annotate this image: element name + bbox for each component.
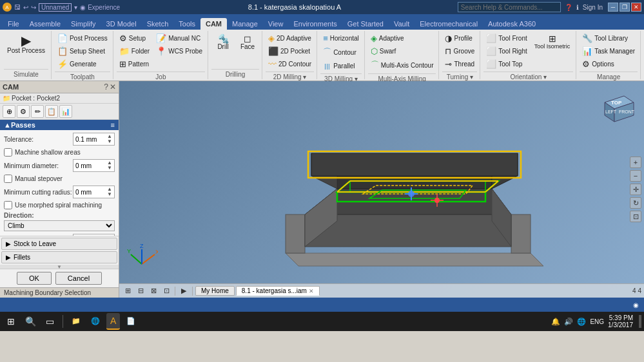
- tab-cam[interactable]: CAM: [200, 18, 227, 30]
- my-home-tab[interactable]: My Home: [195, 286, 235, 296]
- face-btn[interactable]: ◻ Face: [236, 32, 259, 52]
- sign-in-btn[interactable]: Sign In: [583, 4, 603, 11]
- profile-btn[interactable]: ◑ Profile: [442, 32, 477, 44]
- folder-btn[interactable]: 📁 Folder: [117, 45, 152, 57]
- task-view-btn[interactable]: ▭: [41, 313, 58, 330]
- morphed-spiral-checkbox[interactable]: [4, 201, 12, 209]
- panel-tb-btn3[interactable]: ✏: [31, 105, 44, 118]
- taskbar-explorer[interactable]: 📁: [68, 313, 84, 330]
- orbit-btn[interactable]: ↻: [630, 197, 641, 209]
- panel-tb-btn5[interactable]: 📊: [59, 105, 72, 118]
- taskbar-network-icon[interactable]: 🌐: [577, 318, 586, 326]
- orientation-cube[interactable]: TOP LEFT FRONT: [598, 86, 640, 129]
- tab-sketch[interactable]: Sketch: [142, 18, 174, 30]
- tab-manage[interactable]: Manage: [227, 18, 263, 30]
- taskbar-volume-icon[interactable]: 🔊: [564, 318, 573, 326]
- min-diameter-down[interactable]: ▼: [107, 166, 112, 171]
- file-tab[interactable]: 8.1 - katergasia s...iam ✕: [236, 286, 320, 296]
- zoom-in-btn[interactable]: +: [630, 157, 641, 168]
- min-diameter-input[interactable]: [75, 162, 104, 169]
- stock-to-leave-btn[interactable]: ▶ Stock to Leave: [1, 238, 117, 250]
- tab-environments[interactable]: Environments: [288, 18, 342, 30]
- contour2d-btn[interactable]: 〰 2D Contour: [266, 58, 314, 70]
- contour-btn[interactable]: ⌒ Contour: [320, 45, 362, 59]
- min-cutting-input[interactable]: [75, 189, 104, 196]
- maximize-btn[interactable]: ❐: [620, 3, 630, 12]
- vb-btn3[interactable]: ⊠: [148, 285, 159, 297]
- pattern-btn[interactable]: ⊞ Pattern: [117, 58, 152, 70]
- multiaxis-contour-btn[interactable]: ⌒ Multi-Axis Contour: [368, 58, 436, 72]
- search-taskbar-btn[interactable]: 🔍: [22, 313, 39, 330]
- panel-info-btn[interactable]: ?: [104, 82, 108, 91]
- tolerance-input[interactable]: [75, 136, 104, 143]
- close-btn[interactable]: ✕: [631, 3, 641, 12]
- tab-tools[interactable]: Tools: [173, 18, 200, 30]
- drill-btn[interactable]: 🔩 Drill: [211, 32, 235, 52]
- machine-shallow-checkbox[interactable]: [4, 148, 12, 157]
- tab-get-started[interactable]: Get Started: [342, 18, 389, 30]
- taskbar-word[interactable]: 📄: [122, 313, 139, 330]
- direction-select[interactable]: Climb Conventional: [4, 220, 115, 231]
- panel-tb-btn1[interactable]: ⊕: [3, 105, 15, 118]
- manual-stepover-checkbox[interactable]: [4, 175, 12, 183]
- quick-access-save[interactable]: 🖫: [14, 4, 21, 11]
- post-process-btn[interactable]: 📄 Post Process: [55, 32, 110, 44]
- task-manager-btn[interactable]: 📊 Task Manager: [580, 45, 638, 57]
- setup-sheet-btn[interactable]: 📋 Setup Sheet: [55, 45, 110, 57]
- horizontal-btn[interactable]: ≡ Horizontal: [320, 32, 362, 44]
- tab-autodesk[interactable]: Autodesk A360: [483, 18, 541, 30]
- tab-simplify[interactable]: Simplify: [66, 18, 101, 30]
- wcs-probe-btn[interactable]: 📍 WCS Probe: [153, 45, 205, 57]
- tool-right-btn[interactable]: ⬜ Tool Right: [483, 45, 529, 57]
- pan-btn[interactable]: ✛: [630, 184, 641, 195]
- panel-tb-btn4[interactable]: 📋: [45, 105, 58, 118]
- experience-btn[interactable]: ◉ Experience: [80, 4, 120, 11]
- tab-view[interactable]: View: [263, 18, 289, 30]
- tab-electromechanical[interactable]: Electromechanical: [415, 18, 483, 30]
- taskbar-ie[interactable]: 🌐: [87, 313, 104, 330]
- tab-vault[interactable]: Vault: [389, 18, 415, 30]
- tab-file[interactable]: File: [3, 18, 24, 30]
- help-icon[interactable]: ❓: [565, 4, 572, 11]
- panel-close-btn[interactable]: ✕: [110, 82, 116, 91]
- taskbar-notification-icon[interactable]: 🔔: [551, 318, 560, 326]
- quick-access-redo[interactable]: ↪: [31, 4, 36, 11]
- tolerance-down[interactable]: ▼: [107, 139, 112, 144]
- swarf-btn[interactable]: ⬡ Swarf: [368, 45, 436, 57]
- start-btn[interactable]: ⊞: [3, 313, 19, 330]
- file-tab-close[interactable]: ✕: [309, 288, 314, 294]
- min-cutting-down[interactable]: ▼: [107, 192, 112, 197]
- tool-front-btn[interactable]: ⬜ Tool Front: [483, 32, 529, 44]
- options-btn[interactable]: ⚙ Options: [580, 58, 638, 70]
- panel-tb-btn2[interactable]: ⚙: [17, 105, 30, 118]
- ok-button[interactable]: OK: [17, 272, 52, 285]
- vb-btn2[interactable]: ⊟: [135, 285, 146, 297]
- taskbar-autocad[interactable]: A: [106, 313, 120, 330]
- tab-3dmodel[interactable]: 3D Model: [101, 18, 142, 30]
- groove-btn[interactable]: ⊓ Groove: [442, 45, 477, 57]
- viewport[interactable]: X Y Z TOP LEFT FRONT + − ✛ ↻: [119, 81, 644, 298]
- adaptive2d-btn[interactable]: ◈ 2D Adaptive: [266, 32, 314, 44]
- manual-nc-btn[interactable]: 📝 Manual NC: [153, 32, 205, 44]
- tool-isometric-btn[interactable]: ⊞ Tool Isometric: [531, 32, 574, 52]
- vb-chevron-btn[interactable]: ▶: [178, 285, 190, 297]
- vb-btn1[interactable]: ⊞: [122, 285, 133, 297]
- parallel-btn[interactable]: ⫼ Parallel: [320, 60, 362, 72]
- setup-btn[interactable]: ⚙ Setup: [117, 32, 152, 44]
- fit-btn[interactable]: ⊡: [630, 211, 641, 222]
- quick-access-undo[interactable]: ↩: [23, 4, 28, 11]
- pocket2d-btn[interactable]: ⬛ 2D Pocket: [266, 45, 314, 57]
- search-input[interactable]: [458, 2, 561, 12]
- show-desktop-btn[interactable]: [639, 315, 641, 328]
- quick-access-dropdown[interactable]: ▾: [74, 4, 77, 11]
- info-icon[interactable]: ℹ: [576, 4, 579, 11]
- tool-library-btn[interactable]: 🔧 Tool Library: [580, 32, 638, 44]
- tool-top-btn[interactable]: ⬜ Tool Top: [483, 58, 529, 70]
- fillets-btn[interactable]: ▶ Fillets: [1, 251, 117, 263]
- cancel-button[interactable]: Cancel: [55, 272, 102, 285]
- zoom-out-btn[interactable]: −: [630, 170, 641, 182]
- minimize-btn[interactable]: ─: [608, 3, 618, 12]
- passes-header[interactable]: ▲ Passes ≡: [0, 120, 119, 130]
- adaptive3d-btn[interactable]: ◈ Adaptive: [368, 32, 436, 44]
- taskbar-clock[interactable]: 5:39 PM 1/3/2017: [608, 314, 633, 329]
